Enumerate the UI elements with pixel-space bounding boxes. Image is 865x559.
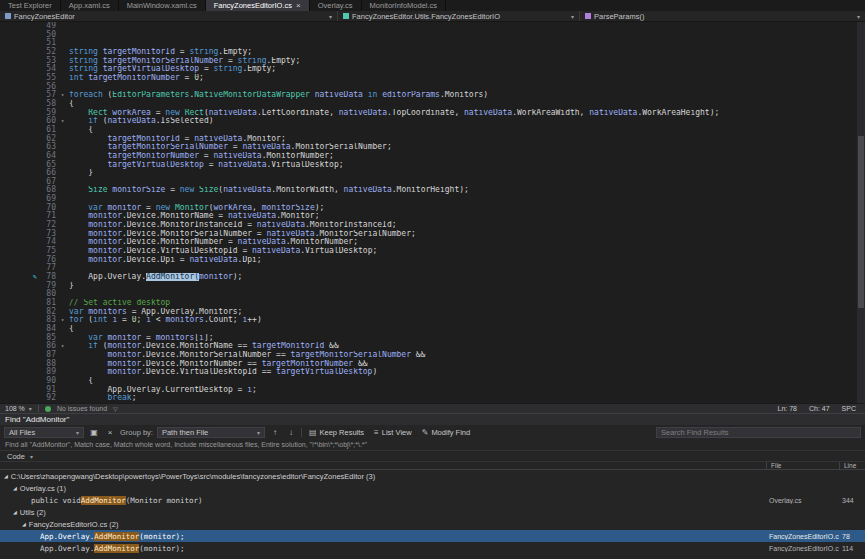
code-line: 67 — [0, 178, 857, 187]
code-text: foreach (EditorParameters.NativeMonitorD… — [69, 91, 857, 100]
tab-overlay-cs[interactable]: Overlay.cs — [310, 0, 362, 11]
tab-label: Overlay.cs — [318, 1, 353, 10]
fold-marker-icon[interactable]: ▾ — [56, 91, 69, 100]
code-text: { — [69, 325, 857, 334]
code-line: 90 { — [0, 377, 857, 386]
code-line: 74 monitor.Device.MonitorNumber = native… — [0, 238, 857, 247]
code-text: targetMonitorSerialNumber = nativeData.M… — [69, 143, 857, 152]
scrollbar-thumb[interactable] — [858, 136, 864, 307]
expander-icon[interactable]: ◢ — [4, 473, 8, 479]
code-text: string targetVirtualDesktop = string.Emp… — [69, 65, 857, 74]
find-result-row[interactable]: App.Overlay.AddMonitor(monitor);FancyZon… — [0, 530, 865, 542]
chevron-down-icon: ▾ — [76, 429, 79, 436]
class-icon — [343, 13, 349, 19]
tab-test-explorer[interactable]: Test Explorer — [0, 0, 61, 11]
result-file: Overlay.cs — [766, 497, 839, 504]
code-lines: 49505152string targetMonitorId = string.… — [0, 22, 857, 403]
keep-results-icon: ▤ — [309, 428, 317, 437]
code-text: break; — [69, 394, 857, 403]
find-group-row[interactable]: ◢FancyZonesEditorIO.cs (2) — [0, 518, 865, 530]
project-icon — [5, 13, 11, 19]
tab-fancyzoneseditorio-cs[interactable]: FancyZonesEditorIO.cs× — [206, 0, 310, 11]
separator — [38, 405, 39, 412]
list-view-icon: ≡ — [374, 428, 379, 437]
code-text: monitor.Device.MonitorNumber = nativeDat… — [69, 238, 857, 247]
search-find-results-input[interactable] — [656, 427, 861, 438]
tab-mainwindow-xaml-cs[interactable]: MainWindow.xaml.cs — [119, 0, 206, 11]
match-suffix: (monitor); — [139, 544, 184, 553]
find-result-row[interactable]: public void AddMonitor(Monitor monitor)O… — [0, 494, 865, 506]
code-line: 84{ — [0, 325, 857, 334]
zoom-value: 108 % — [5, 405, 25, 412]
code-filter-dropdown[interactable]: Code ▾ — [0, 450, 865, 461]
scope-dropdown[interactable]: All Files ▾ — [4, 427, 84, 438]
close-icon[interactable]: × — [296, 2, 301, 10]
modify-find-button[interactable]: ✎ Modify Find — [419, 428, 473, 437]
find-group-row[interactable]: ◢C:\Users\zhaopengwang\Desktop\powertoys… — [0, 470, 865, 482]
fold-marker-icon[interactable]: ▾ — [56, 316, 69, 325]
find-panel-title: Find "AddMonitor" — [0, 414, 865, 425]
filter-icon[interactable]: ▽ — [113, 405, 118, 412]
find-toolbar: All Files ▾ ▣ × Group by: Path then File… — [0, 425, 865, 440]
member-dropdown[interactable]: ParseParams() ▾ — [580, 11, 865, 21]
tab-label: MainWindow.xaml.cs — [127, 1, 197, 10]
chevron-down-icon: ▾ — [329, 13, 332, 20]
keep-results-button[interactable]: ▤ Keep Results — [306, 428, 367, 437]
tab-monitorinfomodel-cs[interactable]: MonitorInfoModel.cs — [362, 0, 447, 11]
list-view-label: List View — [382, 428, 412, 437]
expander-icon[interactable]: ◢ — [13, 509, 17, 515]
clear-results-icon[interactable]: × — [104, 428, 116, 437]
find-summary: Find all "AddMonitor", Match case, Match… — [0, 440, 865, 450]
tab-app-xaml-cs[interactable]: App.xaml.cs — [61, 0, 119, 11]
result-line: 78 — [839, 533, 865, 540]
group-by-dropdown[interactable]: Path then File ▾ — [157, 427, 265, 438]
space-indicator[interactable]: SPC — [842, 405, 856, 412]
modify-find-label: Modify Find — [431, 428, 470, 437]
result-line: 114 — [839, 545, 865, 552]
code-line: 64 targetMonitorNumber = nativeData.Moni… — [0, 152, 857, 161]
list-view-button[interactable]: ≡ List View — [371, 428, 415, 437]
code-line: 91 App.Overlay.CurrentDesktop = i; — [0, 386, 857, 395]
code-text: targetVirtualDesktop = nativeData.Virtua… — [69, 161, 857, 170]
line-column-header[interactable]: Line — [839, 462, 865, 469]
prev-result-icon[interactable]: ↑ — [269, 428, 281, 437]
fold-marker-icon[interactable]: ▾ — [56, 117, 69, 126]
fold-marker-icon[interactable]: ▾ — [56, 342, 69, 351]
match-suffix: (Monitor monitor) — [126, 496, 203, 505]
find-group-row[interactable]: ◢Overlay.cs (1) — [0, 482, 865, 494]
copy-results-icon[interactable]: ▣ — [88, 428, 100, 437]
modify-find-icon: ✎ — [422, 428, 429, 437]
code-line: 80 — [0, 290, 857, 299]
method-icon — [585, 13, 591, 19]
editor-scrollbar[interactable] — [857, 22, 865, 403]
result-text: App.Overlay.AddMonitor(monitor); — [0, 532, 766, 541]
code-line: 63 targetMonitorSerialNumber = nativeDat… — [0, 143, 857, 152]
result-text: ◢C:\Users\zhaopengwang\Desktop\powertoys… — [0, 472, 766, 481]
code-line: 65 targetVirtualDesktop = nativeData.Vir… — [0, 161, 857, 170]
column-indicator[interactable]: Ch: 47 — [809, 405, 830, 412]
file-column-header[interactable]: File — [766, 462, 839, 469]
code-line: 56 — [0, 83, 857, 92]
tab-label: App.xaml.cs — [69, 1, 110, 10]
expander-icon[interactable]: ◢ — [22, 521, 26, 527]
next-result-icon[interactable]: ↓ — [285, 428, 297, 437]
expander-icon[interactable]: ◢ — [13, 485, 17, 491]
code-text: App.Overlay.CurrentDesktop = i; — [69, 386, 857, 395]
code-editor[interactable]: 49505152string targetMonitorId = string.… — [0, 22, 865, 403]
match-prefix: App.Overlay. — [40, 532, 94, 541]
type-dropdown[interactable]: FancyZonesEditor.Utils.FancyZonesEditorI… — [338, 11, 580, 21]
code-text: Size monitorSize = new Size(nativeData.M… — [69, 186, 857, 195]
project-dropdown[interactable]: FancyZonesEditor ▾ — [0, 11, 338, 21]
find-result-row[interactable]: App.Overlay.AddMonitor(monitor);FancyZon… — [0, 542, 865, 554]
code-line: 68 Size monitorSize = new Size(nativeDat… — [0, 186, 857, 195]
chevron-down-icon: ▾ — [257, 429, 260, 436]
code-line: 69 — [0, 195, 857, 204]
line-indicator[interactable]: Ln: 78 — [778, 405, 797, 412]
gutter-margin: ✎ — [0, 274, 40, 281]
code-line: 77 — [0, 264, 857, 273]
chevron-down-icon: ▾ — [571, 13, 574, 20]
issues-status[interactable]: No issues found — [57, 405, 107, 412]
group-by-label: Group by: — [120, 428, 153, 437]
zoom-control[interactable]: 108 % ▾ — [5, 405, 32, 412]
find-group-row[interactable]: ◢Utils (2) — [0, 506, 865, 518]
